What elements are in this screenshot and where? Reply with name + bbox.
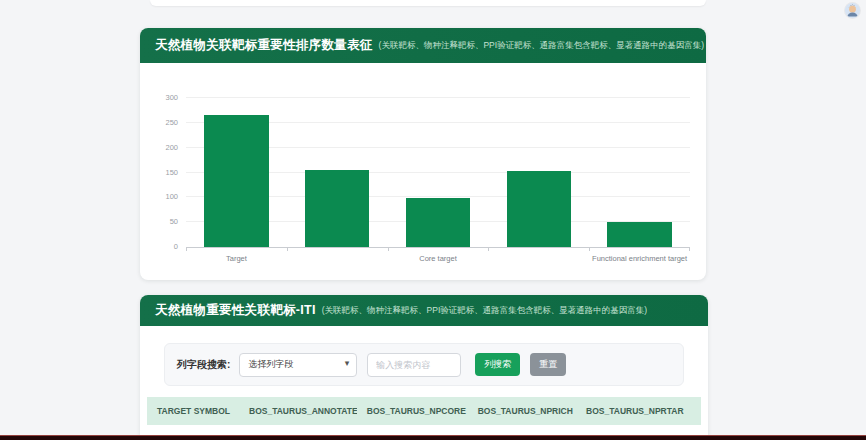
x-axis-label: Target bbox=[186, 254, 287, 263]
column-search-panel: 列字段搜索: 选择列字段 ▾ 列搜索 重置 bbox=[164, 343, 684, 386]
chart-bar bbox=[507, 171, 572, 247]
y-axis-tick-label: 150 bbox=[152, 168, 178, 177]
avatar-face-icon bbox=[845, 3, 860, 18]
column-field-select-value: 选择列字段 bbox=[248, 358, 293, 371]
page: 天然植物关联靶标重要性排序数量表征 (关联靶标、物种注释靶标、PPI验证靶标、通… bbox=[0, 0, 866, 442]
scrolled-card-edge bbox=[150, 0, 706, 6]
x-axis-tick bbox=[186, 247, 187, 251]
y-axis-tick-label: 250 bbox=[152, 118, 178, 127]
column-header: BOS_TAURUS_NPCORE bbox=[357, 397, 468, 425]
table-card-subtitle: (关联靶标、物种注释靶标、PPI验证靶标、通路富集包含靶标、显著通路中的基因富集… bbox=[322, 305, 647, 317]
chart-bar bbox=[305, 170, 370, 247]
x-axis-label: Core target bbox=[388, 254, 489, 263]
x-axis-tick bbox=[388, 247, 389, 251]
y-axis-tick-label: 300 bbox=[152, 93, 178, 102]
chart-card-subtitle: (关联靶标、物种注释靶标、PPI验证靶标、通路富集包含靶标、显著通路中的基因富集… bbox=[379, 40, 704, 52]
x-axis-tick bbox=[589, 247, 590, 251]
results-table-header-row: TARGET SYMBOLBOS_TAURUS_ANNOTATEBOS_TAUR… bbox=[147, 397, 701, 425]
table-card-header: 天然植物重要性关联靶标-ITI (关联靶标、物种注释靶标、PPI验证靶标、通路富… bbox=[140, 295, 708, 326]
chart-bar bbox=[406, 198, 471, 247]
chart-bar bbox=[204, 115, 269, 247]
table-card: 天然植物重要性关联靶标-ITI (关联靶标、物种注释靶标、PPI验证靶标、通路富… bbox=[140, 295, 708, 442]
chart-card-header: 天然植物关联靶标重要性排序数量表征 (关联靶标、物种注释靶标、PPI验证靶标、通… bbox=[140, 28, 706, 63]
y-axis-tick-label: 200 bbox=[152, 143, 178, 152]
screen-edge-bar bbox=[0, 435, 866, 440]
bar-chart-plot: 050100150200250300TargetCore targetFunct… bbox=[186, 98, 690, 248]
x-axis-label: Functional enrichment target bbox=[589, 254, 690, 263]
y-axis-tick-label: 50 bbox=[152, 217, 178, 226]
column-header: BOS_TAURUS_NPRICH bbox=[468, 397, 576, 425]
y-axis-tick-label: 100 bbox=[152, 192, 178, 201]
x-axis-tick bbox=[689, 247, 690, 251]
chevron-down-icon: ▾ bbox=[345, 358, 350, 368]
chart-bar bbox=[607, 222, 672, 247]
x-axis-tick bbox=[287, 247, 288, 251]
column-search-label: 列字段搜索: bbox=[177, 358, 230, 372]
reset-button[interactable]: 重置 bbox=[530, 353, 566, 376]
gridline bbox=[186, 97, 690, 98]
column-header: BOS_TAURUS_NPRTAR bbox=[576, 397, 701, 425]
search-input[interactable] bbox=[367, 353, 461, 377]
chart-card-title: 天然植物关联靶标重要性排序数量表征 bbox=[155, 37, 373, 54]
y-axis-tick-label: 0 bbox=[152, 242, 178, 251]
column-header: TARGET SYMBOL bbox=[147, 397, 239, 425]
user-avatar[interactable] bbox=[845, 3, 860, 18]
column-header: BOS_TAURUS_ANNOTATE bbox=[239, 397, 357, 425]
column-field-select[interactable]: 选择列字段 ▾ bbox=[239, 353, 357, 377]
x-axis-tick bbox=[488, 247, 489, 251]
table-card-title: 天然植物重要性关联靶标-ITI bbox=[155, 302, 316, 319]
chart-card: 天然植物关联靶标重要性排序数量表征 (关联靶标、物种注释靶标、PPI验证靶标、通… bbox=[140, 28, 706, 280]
column-search-button[interactable]: 列搜索 bbox=[475, 353, 520, 376]
